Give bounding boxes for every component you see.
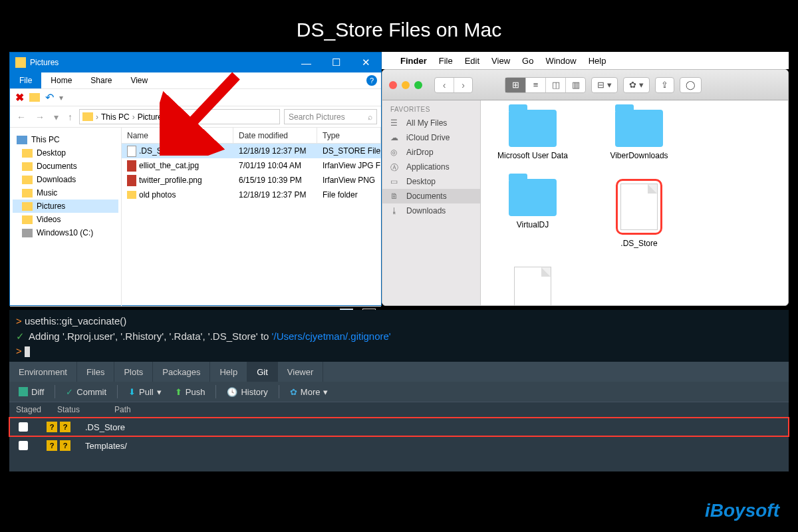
windows-explorer: Pictures — ☐ ✕ File Home Share View ? ✖ … [9,52,382,306]
finder-item[interactable]: Microsoft User Data [493,110,573,160]
table-row[interactable]: .DS_Store12/18/19 12:37 PMDS_STORE File [122,144,381,158]
menu-item[interactable]: Window [545,56,576,66]
tree-item[interactable]: Downloads [13,173,118,186]
ribbon: File Home Share View ? [10,72,381,89]
tab[interactable]: Files [77,362,114,382]
minimize-button[interactable] [402,81,410,89]
col-name[interactable]: Name [122,128,233,143]
file-list: Name Date modified Type .DS_Store12/18/1… [122,128,381,306]
close-button[interactable]: ✕ [351,53,381,72]
folder-icon [22,176,33,184]
gallery-view-button[interactable]: ▥ [565,78,585,92]
help-icon[interactable]: ? [366,75,377,86]
git-row[interactable]: ??Templates/ [9,436,789,455]
tree-this-pc[interactable]: This PC [13,133,118,146]
table-row[interactable]: twitter_profile.png6/15/19 10:39 PMIrfan… [122,173,381,188]
tab-git[interactable]: Git [247,362,278,382]
menu-item[interactable]: Help [589,56,606,66]
finder-item[interactable]: .localized [493,267,573,306]
nav-bar: ← → ▾ ↑ › This PC › Pictures Search Pict… [10,106,381,128]
menu-item[interactable]: View [491,56,510,66]
table-row[interactable]: old photos12/18/19 12:37 PMFile folder [122,188,381,202]
grid-view-button[interactable]: ⊞ [505,78,525,92]
more-button[interactable]: ✿More▾ [285,384,334,400]
tab[interactable]: Environment [9,362,77,382]
menu-item[interactable]: File [439,56,453,66]
maximize-button[interactable]: ☐ [321,53,351,72]
tab[interactable]: Packages [153,362,210,382]
ribbon-tab[interactable]: Share [81,76,121,85]
tree-item[interactable]: Windows10 (C:) [13,226,118,239]
item-label: ViberDownloads [610,151,668,160]
sidebar-item[interactable]: ☰All My Files [382,116,480,130]
tree-item[interactable]: Desktop [13,146,118,160]
search-input[interactable]: Search Pictures ⌕ [284,109,377,124]
zoom-button[interactable] [414,81,422,89]
documents-icon: 🗎 [390,192,401,201]
breadcrumb[interactable]: This PC [101,112,130,122]
folder-icon[interactable] [29,93,40,102]
tab[interactable]: Viewer [278,362,324,382]
up-button[interactable]: ↑ [65,112,75,122]
list-view-button[interactable]: ≡ [525,78,545,92]
dropdown-icon[interactable]: ▾ [59,93,63,102]
delete-icon[interactable]: ✖ [15,91,24,104]
finder-item[interactable]: .DS_Store [599,179,679,248]
table-row[interactable]: elliot_the_cat.jpg7/01/19 10:04 AMIrfanV… [122,158,381,173]
diff-button[interactable]: Diff [13,384,49,400]
push-button[interactable]: ⬆Push [170,384,211,400]
desktop-icon: ▭ [390,177,401,186]
menu-item[interactable]: Finder [400,56,427,66]
close-button[interactable] [389,81,397,89]
breadcrumb[interactable]: Pictures [138,112,166,122]
stage-checkbox[interactable] [19,441,28,450]
file-icon [127,175,136,186]
ribbon-tab[interactable]: Home [41,76,81,85]
tab[interactable]: Help [210,362,247,382]
col-staged: Staged [9,405,51,414]
tree-item[interactable]: Music [13,186,118,200]
pull-button[interactable]: ⬇Pull▾ [123,384,167,400]
tree-item[interactable]: Videos [13,213,118,226]
tree-item[interactable]: Pictures [13,200,118,213]
sidebar-item[interactable]: ◎AirDrop [382,145,480,160]
git-row[interactable]: ??.DS_Store [9,418,789,436]
tree-item[interactable]: Documents [13,160,118,173]
sidebar-item[interactable]: ⭳Downloads [382,203,480,218]
sidebar-item[interactable]: ▭Desktop [382,174,480,189]
share-button[interactable]: ⇪ [655,77,674,93]
back-button[interactable]: ‹ [435,78,454,92]
sidebar-item[interactable]: ☁iCloud Drive [382,130,480,145]
action-button[interactable]: ✿▾ [623,77,650,93]
push-icon: ⬆ [175,387,182,397]
finder-item[interactable]: VirtualDJ [493,179,573,248]
column-view-button[interactable]: ◫ [545,78,565,92]
col-date[interactable]: Date modified [233,128,317,143]
recent-dropdown[interactable]: ▾ [51,112,61,122]
sidebar-item[interactable]: ⒶApplications [382,160,480,174]
commit-button[interactable]: ✓Commit [61,384,112,400]
undo-icon[interactable]: ↶ [45,91,54,104]
minimize-button[interactable]: — [291,53,321,72]
finder-item[interactable]: ViberDownloads [599,110,679,160]
file-icon [620,184,658,230]
back-button[interactable]: ← [14,112,29,122]
ribbon-tab[interactable]: View [121,76,157,85]
tab[interactable]: Plots [114,362,153,382]
finder-main: ‹ › ⊞ ≡ ◫ ▥ ⊟▾ ✿▾ ⇪ ◯ Microsoft User Dat… [481,70,788,305]
traffic-lights [389,81,422,89]
history-button[interactable]: 🕓History [221,384,273,400]
ribbon-file[interactable]: File [10,72,41,88]
address-bar[interactable]: › This PC › Pictures [79,109,280,124]
menu-item[interactable]: Go [522,56,533,66]
gear-icon: ✿ [290,387,297,397]
stage-checkbox[interactable] [19,422,28,432]
menu-item[interactable]: Edit [465,56,479,66]
tags-button[interactable]: ◯ [680,77,702,93]
col-type[interactable]: Type [317,128,381,143]
forward-button[interactable]: › [454,78,472,92]
icloud-icon: ☁ [390,133,401,142]
forward-button[interactable]: → [33,112,47,122]
arrange-button[interactable]: ⊟▾ [591,77,618,93]
sidebar-item[interactable]: 🗎Documents [382,189,480,203]
